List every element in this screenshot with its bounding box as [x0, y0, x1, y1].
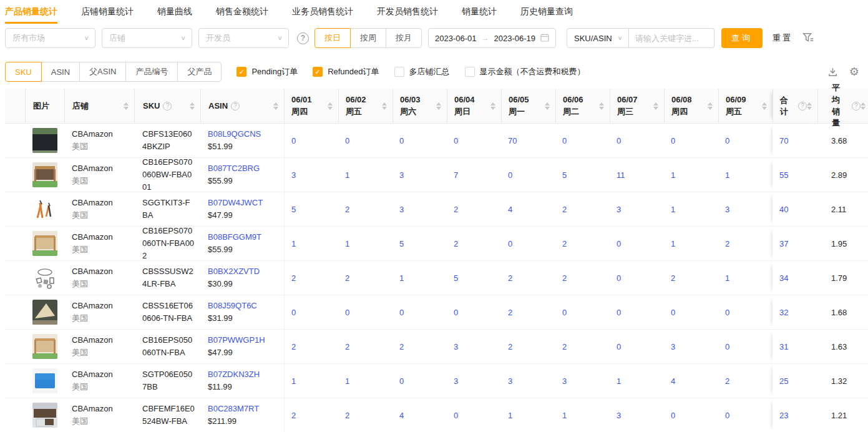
filter-funnel-icon[interactable]: [801, 31, 815, 45]
daily-sales-link[interactable]: 2: [345, 205, 393, 214]
daily-sales-link[interactable]: 1: [725, 170, 773, 180]
daily-sales-link[interactable]: 2: [562, 239, 610, 248]
daily-sales-link[interactable]: 70: [508, 136, 555, 145]
daily-sales-link[interactable]: 2: [345, 411, 393, 420]
daily-sales-link[interactable]: 0: [617, 136, 664, 145]
product-image-fence-panel-brown[interactable]: [32, 403, 57, 428]
daily-sales-link[interactable]: 0: [671, 411, 718, 420]
checkbox[interactable]: [465, 67, 475, 77]
toggle-button[interactable]: 产品编号: [125, 62, 178, 82]
product-image-pergola-tan[interactable]: [32, 231, 57, 256]
daily-sales-link[interactable]: 4: [399, 411, 447, 420]
total-link[interactable]: 31: [779, 342, 817, 351]
daily-sales-link[interactable]: 3: [671, 342, 718, 351]
nav-tab[interactable]: 销量曲线: [145, 0, 204, 24]
daily-sales-link[interactable]: 4: [508, 205, 555, 214]
sort-control[interactable]: [653, 102, 658, 110]
daily-sales-link[interactable]: 0: [562, 308, 610, 317]
product-image-pergola-brown[interactable]: [32, 162, 57, 187]
sort-control[interactable]: [807, 102, 812, 110]
daily-sales-link[interactable]: 3: [508, 376, 555, 386]
daily-sales-link[interactable]: 2: [562, 342, 610, 351]
daily-sales-link[interactable]: 0: [291, 136, 338, 145]
daily-sales-link[interactable]: 11: [617, 170, 664, 180]
checkbox-item[interactable]: 多店铺汇总: [394, 66, 450, 77]
toggle-button[interactable]: 按月: [386, 28, 422, 48]
daily-sales-link[interactable]: 0: [399, 376, 447, 386]
product-image-blue-tarp[interactable]: [32, 368, 57, 393]
daily-sales-link[interactable]: 0: [508, 170, 555, 180]
daily-sales-link[interactable]: 3: [617, 205, 664, 214]
daily-sales-link[interactable]: 3: [562, 376, 610, 386]
sort-control[interactable]: [861, 102, 866, 110]
shop-select[interactable]: 店铺 ∨: [102, 28, 192, 48]
nav-tab[interactable]: 店铺销量统计: [69, 0, 145, 24]
total-link[interactable]: 34: [779, 273, 817, 283]
daily-sales-link[interactable]: 1: [291, 239, 338, 248]
toggle-button[interactable]: SKU: [5, 62, 42, 82]
daily-sales-link[interactable]: 3: [399, 205, 447, 214]
asin-link[interactable]: B0C283M7RT: [208, 403, 284, 415]
daily-sales-link[interactable]: 1: [617, 376, 664, 386]
product-image-hardware-parts-kit[interactable]: [32, 265, 57, 290]
daily-sales-link[interactable]: 2: [454, 205, 501, 214]
sort-control[interactable]: [490, 102, 495, 110]
help-icon[interactable]: ?: [297, 32, 309, 44]
sort-control[interactable]: [273, 102, 278, 110]
daily-sales-link[interactable]: 2: [291, 342, 338, 351]
checkbox-item[interactable]: ✓ Pending订单: [237, 66, 298, 77]
daily-sales-link[interactable]: 2: [562, 205, 610, 214]
daily-sales-link[interactable]: 0: [725, 342, 773, 351]
asin-link[interactable]: B087TC2BRG: [208, 162, 284, 175]
daily-sales-link[interactable]: 1: [562, 411, 610, 420]
daily-sales-link[interactable]: 0: [725, 136, 773, 145]
product-image-privacy-fence-dark[interactable]: [32, 128, 57, 153]
checkbox-item[interactable]: 显示金额（不含运费和税费）: [465, 66, 585, 77]
daily-sales-link[interactable]: 0: [725, 308, 773, 317]
reset-button[interactable]: 重置: [769, 28, 796, 48]
daily-sales-link[interactable]: 1: [725, 273, 773, 283]
total-link[interactable]: 32: [779, 308, 817, 317]
query-button[interactable]: 查询: [721, 28, 763, 48]
daily-sales-link[interactable]: 2: [508, 273, 555, 283]
asin-link[interactable]: B08J59QT6C: [208, 300, 284, 312]
daily-sales-link[interactable]: 3: [617, 411, 664, 420]
total-link[interactable]: 55: [779, 170, 817, 180]
daily-sales-link[interactable]: 0: [508, 239, 555, 248]
daily-sales-link[interactable]: 0: [454, 411, 501, 420]
checkbox[interactable]: ✓: [313, 67, 323, 77]
toggle-button[interactable]: ASIN: [41, 62, 80, 82]
daily-sales-link[interactable]: 5: [291, 205, 338, 214]
daily-sales-link[interactable]: 1: [671, 239, 718, 248]
daily-sales-link[interactable]: 5: [454, 273, 501, 283]
settings-gear-icon[interactable]: ⚙: [849, 66, 859, 77]
daily-sales-link[interactable]: 2: [671, 273, 718, 283]
daily-sales-link[interactable]: 0: [291, 308, 338, 317]
nav-tab[interactable]: 销售金额统计: [204, 0, 280, 24]
daily-sales-link[interactable]: 1: [671, 205, 718, 214]
info-icon[interactable]: ?: [852, 102, 861, 110]
sort-control[interactable]: [762, 102, 767, 110]
date-start[interactable]: 2023-06-01: [435, 34, 477, 43]
toggle-button[interactable]: 按日: [315, 28, 351, 48]
daily-sales-link[interactable]: 2: [345, 273, 393, 283]
sort-control[interactable]: [328, 102, 333, 110]
product-image-garden-tool-set[interactable]: [32, 197, 57, 222]
daily-sales-link[interactable]: 2: [562, 273, 610, 283]
daily-sales-link[interactable]: 3: [454, 342, 501, 351]
daily-sales-link[interactable]: 2: [508, 342, 555, 351]
search-type-select[interactable]: SKU/ASIN ∨: [567, 28, 629, 48]
daily-sales-link[interactable]: 0: [345, 136, 393, 145]
checkbox[interactable]: ✓: [237, 67, 246, 77]
keyword-input[interactable]: [629, 28, 714, 48]
daily-sales-link[interactable]: 3: [454, 376, 501, 386]
total-link[interactable]: 40: [779, 205, 817, 214]
daily-sales-link[interactable]: 1: [345, 239, 393, 248]
daily-sales-link[interactable]: 0: [345, 308, 393, 317]
sort-control[interactable]: [708, 102, 713, 110]
asin-link[interactable]: B08BFGGM9T: [208, 231, 284, 243]
daily-sales-link[interactable]: 1: [291, 376, 338, 386]
product-image-pergola-tan[interactable]: [32, 334, 57, 359]
daily-sales-link[interactable]: 1: [508, 411, 555, 420]
daily-sales-link[interactable]: 4: [671, 376, 718, 386]
